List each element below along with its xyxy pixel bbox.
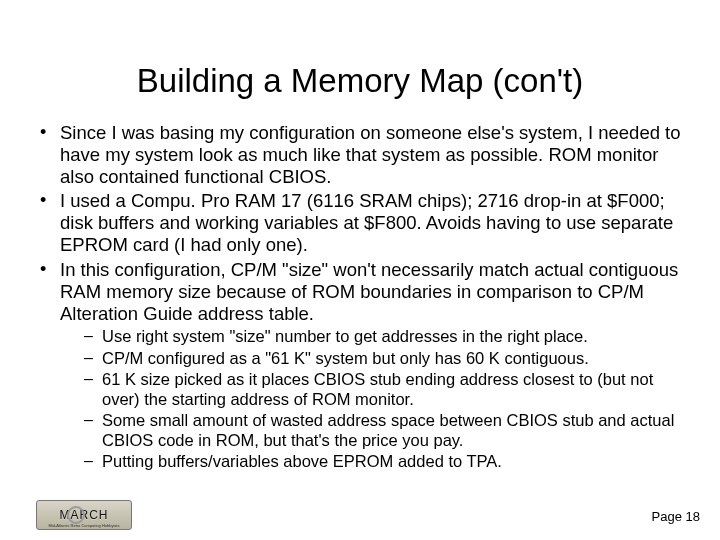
list-item: I used a Compu. Pro RAM 17 (6116 SRAM ch… — [36, 190, 684, 255]
slide: Building a Memory Map (con't) Since I wa… — [0, 0, 720, 540]
logo-subtitle: Mid-Atlantic Retro Computing Hobbyists — [49, 523, 120, 528]
list-item-text: In this configuration, CP/M "size" won't… — [60, 259, 678, 324]
list-item: Putting buffers/variables above EPROM ad… — [60, 452, 684, 471]
page-number: Page 18 — [652, 509, 700, 524]
list-item: CP/M configured as a "61 K" system but o… — [60, 349, 684, 368]
bullet-list: Since I was basing my configuration on s… — [36, 122, 684, 472]
list-item: 61 K size picked as it places CBIOS stub… — [60, 370, 684, 409]
list-item: Use right system "size" number to get ad… — [60, 327, 684, 346]
list-item: In this configuration, CP/M "size" won't… — [36, 259, 684, 472]
slide-title: Building a Memory Map (con't) — [36, 0, 684, 122]
logo-ring-icon — [67, 506, 85, 524]
list-item: Since I was basing my configuration on s… — [36, 122, 684, 187]
march-logo: MARCH Mid-Atlantic Retro Computing Hobby… — [36, 500, 132, 530]
list-item: Some small amount of wasted address spac… — [60, 411, 684, 450]
sub-bullet-list: Use right system "size" number to get ad… — [60, 327, 684, 471]
